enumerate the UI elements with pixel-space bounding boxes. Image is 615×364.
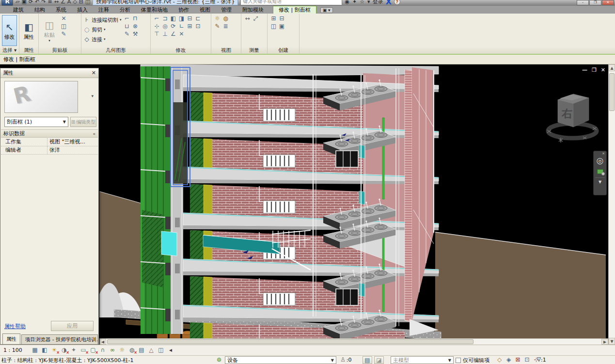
tab-附加模块[interactable]: 附加模块 (237, 6, 269, 14)
scale-icon[interactable]: ⊡ (194, 23, 202, 31)
temporary-view-properties-icon[interactable]: ▤ (137, 347, 146, 354)
aligned-dimension-icon[interactable]: ∠ (61, 0, 65, 5)
highlight-displacement-sets-icon[interactable]: ◫ (157, 347, 165, 354)
help-icon[interactable]: ? (394, 0, 400, 5)
visual-style-icon[interactable]: ◧ (40, 347, 49, 354)
create-parts-icon[interactable]: ⊟ (278, 15, 286, 23)
tab-视图[interactable]: 视图 (194, 6, 216, 14)
restore-button[interactable]: ❐ (589, 0, 601, 5)
navbar-options-chevron-icon[interactable]: ▼ (599, 180, 601, 184)
palette-close-icon[interactable]: ✕ (92, 70, 96, 76)
selection-filter-button[interactable]: ∇ :1 (537, 356, 546, 363)
application-menu-button[interactable]: R (1, 0, 13, 6)
beam-wall-join-icon[interactable]: ⊓ (131, 15, 140, 23)
unjoin-icon[interactable]: ⊗ (131, 23, 140, 31)
edit-type-button[interactable]: ⊞ 编辑类型 (70, 117, 96, 127)
tab-分析[interactable]: 分析 (114, 6, 136, 14)
editable-only-checkbox[interactable]: 仅可编辑项 (456, 357, 489, 364)
preview-dropdown-icon[interactable]: ▾ (91, 94, 94, 98)
unpin-icon[interactable]: ⊥ (161, 31, 169, 38)
sign-in-label[interactable]: 登录 (373, 0, 383, 5)
show-crop-region-icon[interactable]: ▢× (89, 347, 97, 354)
mirror-draw-axis-icon[interactable]: ◨ (177, 15, 186, 23)
cope-icon[interactable]: ⌐ (123, 15, 131, 23)
reveal-hidden-elements-icon[interactable]: ☼ (118, 347, 126, 354)
join-button[interactable]: ◇ 连接▾ (83, 34, 122, 44)
delete-icon[interactable]: ✕ (177, 31, 186, 38)
apply-button[interactable]: 应用 (51, 321, 94, 331)
split-gap-icon[interactable]: ⊏ (194, 15, 202, 23)
demolish-hammer-icon[interactable]: ⚒ (131, 31, 140, 38)
panel-label-select[interactable]: 选择 ▾ (0, 47, 19, 54)
worksharing-display-icon[interactable]: ◍× (127, 347, 136, 354)
trim-corner-icon[interactable]: ∠ (169, 31, 177, 38)
modify-button[interactable]: ↖ 修改 (2, 15, 17, 46)
create-assembly-icon[interactable]: ◫ (269, 23, 278, 31)
sync-with-central-icon[interactable]: ⟳ (29, 0, 33, 5)
paste-button[interactable]: ◫ 粘贴 ▾ (41, 15, 58, 46)
show-analytical-model-icon[interactable]: △ (147, 347, 156, 354)
worksets-icon[interactable]: ⊚ (217, 356, 221, 363)
property-value[interactable]: 张洋 (47, 146, 98, 154)
sun-path-icon[interactable]: ☀× (50, 347, 59, 354)
scroll-right-icon[interactable]: ▶ (601, 339, 608, 345)
collapse-icon[interactable]: ◂ (166, 347, 175, 354)
editing-requests-button[interactable]: ♙ :0 (340, 356, 351, 363)
active-design-option-dropdown[interactable]: 主模型 ▼ (391, 356, 454, 364)
search-go-icon[interactable]: ◉ (345, 0, 349, 5)
default-3d-view-icon[interactable]: ◇ (73, 0, 77, 5)
add-to-set-button[interactable]: ◪ (374, 356, 384, 364)
crop-view-icon[interactable]: ▭× (79, 347, 88, 354)
design-option-chevron-icon[interactable]: ▼ (448, 358, 451, 363)
identity-data-section-header[interactable]: 标识数据 « (1, 129, 98, 138)
tab-插入[interactable]: 插入 (72, 6, 93, 14)
move-icon[interactable]: ⊹ (153, 23, 161, 31)
select-elements-by-face-icon[interactable]: ⊡ (523, 356, 531, 364)
open-icon[interactable]: ▱ (16, 0, 19, 5)
active-workset-dropdown[interactable]: 设备 ▼ (225, 356, 336, 364)
ribbon-display-toggle[interactable]: ▣ ▾ (320, 7, 333, 13)
scroll-down-icon[interactable]: ▼ (609, 338, 615, 345)
show-rendering-dialog-icon[interactable]: ✦ (69, 347, 78, 354)
select-links-icon[interactable]: ◇ (495, 356, 504, 364)
switch-windows-icon[interactable]: ◫ (85, 0, 90, 5)
scroll-up-icon[interactable]: ▲ (609, 64, 615, 71)
measure-icon[interactable]: ↔ (54, 0, 59, 5)
unlocked-3d-view-icon[interactable]: ∩ (98, 347, 107, 354)
rotate-icon[interactable]: ⟳ (169, 23, 177, 31)
copy-to-clipboard-icon[interactable]: ◫ (60, 23, 68, 31)
palette-tab-project-browser[interactable]: 项目浏览器 - 技师学院机电培训... (21, 334, 98, 344)
property-value[interactable]: 视图 "三维视... (47, 138, 98, 146)
collapse-section-icon[interactable]: « (93, 131, 95, 136)
tab-系统[interactable]: 系统 (50, 6, 72, 14)
cutaway-icon[interactable]: ◍ (221, 15, 230, 23)
favorites-icon[interactable]: ☆ (360, 0, 364, 5)
copy-icon[interactable]: ◎ (161, 23, 169, 31)
checkbox-box[interactable] (456, 358, 461, 363)
scroll-left-icon[interactable]: ◀ (99, 339, 106, 345)
type-selector[interactable]: 剖面框 (1) ▼ (4, 117, 68, 127)
communication-center-icon[interactable]: ✦ (352, 0, 357, 5)
exchange-apps-icon[interactable]: X (386, 0, 392, 6)
align-icon[interactable]: ⌐ (153, 15, 161, 23)
horizontal-scroll-thumb[interactable] (107, 339, 473, 344)
properties-help-link[interactable]: 属性帮助 (4, 323, 26, 330)
viewcube[interactable]: 右 (540, 73, 604, 153)
tab-管理[interactable]: 管理 (216, 6, 237, 14)
close-button[interactable]: ✕ (602, 0, 614, 5)
create-group-icon[interactable]: ⊞ (269, 15, 278, 23)
workset-dropdown-chevron-icon[interactable]: ▼ (331, 358, 334, 363)
tab-结构[interactable]: 结构 (29, 6, 50, 14)
redo-icon[interactable]: ↷ (41, 0, 46, 5)
tab-体量和场地[interactable]: 体量和场地 (136, 6, 173, 14)
help-search-input[interactable]: 键入关键字或短语 (240, 0, 342, 5)
3d-view-canvas[interactable] (99, 64, 608, 338)
type-selector-chevron-icon[interactable]: ▼ (63, 120, 66, 124)
reveal-hidden-icon[interactable]: ☼ (213, 15, 221, 23)
viewcube-front-face-label[interactable]: 右 (561, 108, 572, 120)
section-icon[interactable]: ⊟ (79, 0, 83, 5)
design-options-dialog-button[interactable]: ▤ (363, 356, 372, 364)
steering-wheel-icon[interactable]: ◎ (597, 156, 604, 165)
tab-contextual-modify-section-box[interactable]: 修改 | 剖面框 (273, 6, 316, 14)
cut-button[interactable]: ◌ 剪切▾ (83, 25, 122, 34)
